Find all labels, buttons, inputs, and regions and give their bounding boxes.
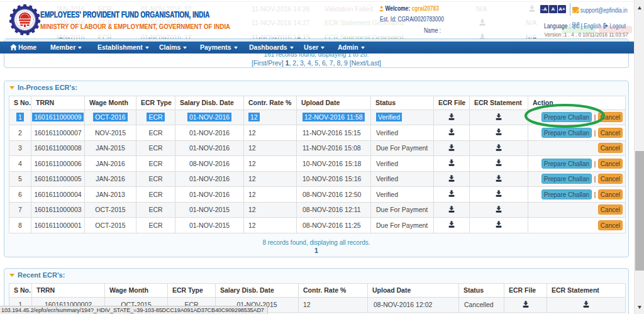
- nav-item-user[interactable]: User: [304, 42, 325, 54]
- nav-item-home[interactable]: Home: [10, 42, 36, 54]
- download-icon[interactable]: [496, 144, 502, 151]
- cell-wage-month: JAN-2015: [85, 140, 136, 156]
- scrollbar-up-arrow-icon[interactable]: [638, 6, 641, 9]
- selected-text: 12: [248, 113, 260, 121]
- first-prev-link[interactable]: [First/Prev]: [252, 59, 286, 67]
- cell-upload-date: 10-NOV-2016 15:16: [297, 171, 371, 187]
- table-row: 31601611000008JAN-2015ECR01-NOV-20161211…: [9, 140, 626, 156]
- table-row: 81601611000001OCT-2015ECR01-NOV-20151208…: [9, 218, 626, 233]
- download-icon[interactable]: [448, 221, 455, 228]
- download-icon[interactable]: [496, 128, 502, 135]
- chevron-down-icon: [78, 47, 82, 49]
- cell-salary-disb-date: 01-NOV-2015: [175, 218, 244, 233]
- download-icon[interactable]: [448, 159, 455, 166]
- cell-contr-rate: 12: [244, 202, 297, 218]
- in-process-ecr-panel: In-Process ECR's: S No.TRRNWage MonthECR…: [4, 81, 629, 257]
- cancel-button[interactable]: Cancel: [598, 128, 622, 138]
- lang-english-link[interactable]: English: [584, 22, 601, 30]
- prepare-challan-button[interactable]: Prepare Challan: [541, 159, 591, 169]
- cell-trrn: 1601611000007: [31, 125, 85, 141]
- button-separator: |: [594, 129, 596, 137]
- selected-text: Verified: [376, 113, 402, 121]
- cell-salary-disb-date: 01-NOV-2015: [175, 202, 244, 218]
- lang-hindi-link[interactable]: हिंदी: [572, 22, 579, 30]
- chevron-down-icon: [183, 47, 187, 49]
- download-icon[interactable]: [448, 175, 455, 182]
- cancel-button[interactable]: Cancel: [598, 174, 622, 184]
- cell-wage-month: JAN-2016: [85, 171, 136, 187]
- page-links[interactable]: , 2, 3, 4, 5, 6, 7, 8, 9: [289, 59, 350, 67]
- cancel-button[interactable]: Cancel: [598, 159, 622, 169]
- support-email-link[interactable]: support@epfindia.in: [580, 6, 628, 14]
- nav-item-payments[interactable]: Payments: [200, 42, 238, 54]
- cancel-button[interactable]: Cancel: [598, 220, 622, 230]
- table-row: 71601611000003OCT-2015ECR01-NOV-20151208…: [9, 202, 626, 218]
- cell-contr-rate: 12: [244, 140, 297, 156]
- cell-upload-date: 11-NOV-2016 15:15: [297, 125, 371, 141]
- download-icon[interactable]: [448, 128, 455, 135]
- download-icon[interactable]: [448, 144, 455, 151]
- selected-text: ECR: [147, 113, 164, 121]
- cell-ecr-type: ECR: [136, 156, 175, 172]
- recent-title[interactable]: Recent ECR's:: [9, 271, 65, 279]
- nav-item-dashboards[interactable]: Dashboards: [249, 42, 294, 54]
- cell-ecr-type: ECR: [136, 125, 175, 141]
- cell-s-no: 1: [9, 109, 31, 125]
- nav-item-claims[interactable]: Claims: [159, 42, 187, 54]
- download-icon[interactable]: [583, 301, 589, 308]
- cancel-button[interactable]: Cancel: [598, 143, 622, 153]
- vertical-scrollbar[interactable]: [634, 0, 644, 314]
- download-icon[interactable]: [448, 206, 455, 213]
- scrollbar-thumb[interactable]: [635, 151, 644, 271]
- cell-contr-rate: 12: [299, 297, 368, 313]
- download-icon[interactable]: [523, 301, 529, 308]
- cell-wage-month: OCT-2016: [85, 109, 136, 125]
- download-icon[interactable]: [496, 113, 502, 120]
- cell-ecr-file: [434, 140, 470, 156]
- logout-link[interactable]: Logout: [609, 22, 626, 30]
- download-icon[interactable]: [496, 221, 502, 228]
- collapse-triangle-icon: [9, 274, 14, 277]
- cancel-button[interactable]: Cancel: [598, 189, 622, 199]
- nav-item-establishment[interactable]: Establishment: [97, 42, 149, 54]
- nav-item-admin[interactable]: Admin: [338, 42, 365, 54]
- welcome-username: cgrai20783: [411, 4, 438, 12]
- font-size-button-A[interactable]: A: [549, 5, 557, 13]
- cancel-button[interactable]: Cancel: [598, 112, 622, 122]
- column-header-ecr-statement: ECR Statement: [547, 284, 626, 298]
- prepare-challan-button[interactable]: Prepare Challan: [541, 128, 591, 138]
- chevron-down-icon: [145, 47, 149, 49]
- prepare-challan-button[interactable]: Prepare Challan: [541, 189, 591, 199]
- cell-status: Cancelled: [459, 297, 504, 313]
- cell-action: Prepare Challan|Cancel: [528, 125, 626, 141]
- download-icon[interactable]: [448, 113, 455, 120]
- download-icon[interactable]: [496, 159, 502, 166]
- cell-s-no: 7: [9, 202, 31, 218]
- font-size-button-Aplus[interactable]: A+: [558, 5, 566, 13]
- cell-s-no: 8: [9, 218, 31, 233]
- prepare-challan-button[interactable]: Prepare Challan: [541, 174, 591, 184]
- column-header-ecr-statement: ECR Statement: [470, 96, 528, 110]
- column-header-s-no: S No.: [9, 96, 31, 110]
- download-icon[interactable]: [496, 175, 502, 182]
- table-row: 41601611000006JAN-2016ECR08-NOV-20161210…: [9, 156, 626, 172]
- cell-action: Cancel: [528, 218, 626, 233]
- cell-salary-disb-date: 01-NOV-2016: [175, 171, 244, 187]
- cell-status: Due For Payment: [371, 218, 434, 233]
- next-last-link[interactable]: [Next/Last]: [350, 59, 381, 67]
- prepare-challan-button[interactable]: Prepare Challan: [541, 112, 591, 122]
- language-label: Language :: [544, 22, 570, 30]
- download-icon[interactable]: [496, 190, 502, 197]
- epfo-logo: [9, 4, 41, 36]
- download-icon[interactable]: [448, 190, 455, 197]
- download-icon[interactable]: [496, 206, 502, 213]
- in-process-title[interactable]: In-Process ECR's:: [9, 84, 77, 91]
- cell-status: Verified: [371, 171, 434, 187]
- cell-status: Verified: [371, 156, 434, 172]
- cell-s-no: 5: [9, 171, 31, 187]
- cancel-button[interactable]: Cancel: [598, 205, 622, 215]
- scrollbar-down-arrow-icon[interactable]: [638, 306, 641, 309]
- nav-item-member[interactable]: Member: [50, 42, 82, 54]
- font-size-button-minusA[interactable]: -A: [540, 5, 548, 13]
- cell-ecr-file: [434, 171, 470, 187]
